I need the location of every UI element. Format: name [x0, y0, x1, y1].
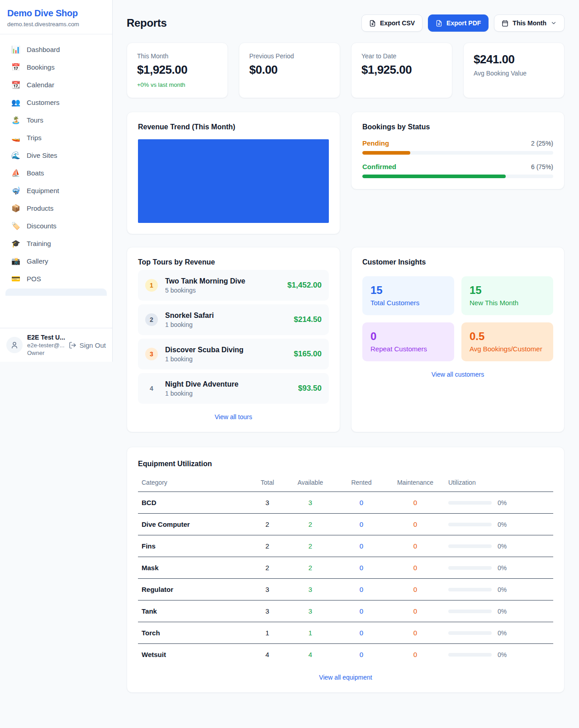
shop-name: Demo Dive Shop	[7, 8, 105, 19]
status-value: 6 (75%)	[531, 163, 553, 170]
view-all-customers-link[interactable]: View all customers	[432, 371, 484, 378]
cell-maintenance: 0	[386, 600, 445, 622]
revenue-trend-card: Revenue Trend (This Month)	[127, 112, 340, 234]
stat-value: $1,925.00	[361, 63, 442, 77]
revenue-trend-chart	[138, 139, 329, 223]
cell-utilization: 0%	[445, 600, 553, 622]
cell-rented: 0	[337, 535, 386, 557]
sidebar-item-pos[interactable]: 💳 POS	[5, 270, 107, 288]
cell-utilization: 0%	[445, 557, 553, 579]
island-icon: 🏝️	[11, 116, 21, 124]
tour-row: 3 Discover Scuba Diving 1 booking $165.0…	[138, 339, 329, 369]
rank-badge: 3	[145, 348, 158, 360]
tour-name: Snorkel Safari	[165, 312, 214, 320]
sidebar-item-bookings[interactable]: 📅 Bookings	[5, 58, 107, 76]
cell-maintenance: 0	[386, 622, 445, 644]
cell-rented: 0	[337, 622, 386, 644]
tour-bookings: 1 booking	[165, 355, 243, 363]
top-tours-card: Top Tours by Revenue 1 Two Tank Morning …	[127, 247, 340, 432]
utilization-bar	[448, 566, 492, 570]
tour-name: Night Dive Adventure	[165, 380, 238, 388]
period-dropdown[interactable]: This Month	[494, 14, 565, 32]
sidebar-item-dashboard[interactable]: 📊 Dashboard	[5, 41, 107, 58]
utilization-bar	[448, 631, 492, 635]
stat-label: Year to Date	[361, 52, 442, 60]
equipment-utilization-card: Equipment Utilization Category Total Ava…	[127, 447, 565, 693]
tour-name: Discover Scuba Diving	[165, 346, 243, 354]
file-download-icon	[436, 20, 442, 27]
tour-bookings: 1 booking	[165, 390, 238, 397]
sign-out-button[interactable]: Sign Out	[69, 341, 106, 349]
sidebar-item-label: Dive Sites	[27, 151, 57, 159]
sidebar-item-dive-sites[interactable]: 🌊 Dive Sites	[5, 147, 107, 164]
stat-card-year-to-date: Year to Date $1,925.00	[351, 43, 452, 98]
tile-value: 0.5	[470, 330, 545, 343]
tile-repeat-customers: 0 Repeat Customers	[362, 322, 454, 361]
revenue-trend-title: Revenue Trend (This Month)	[138, 123, 329, 131]
dashboard-icon: 📊	[11, 45, 21, 54]
sign-out-label: Sign Out	[80, 341, 106, 349]
sidebar-item-equipment[interactable]: 🤿 Equipment	[5, 182, 107, 199]
utilization-bar	[448, 523, 492, 526]
sidebar-item-customers[interactable]: 👥 Customers	[5, 94, 107, 111]
cell-total: 3	[251, 579, 284, 600]
tour-row: 4 Night Dive Adventure 1 booking $93.50	[138, 373, 329, 404]
cell-utilization: 0%	[445, 644, 553, 666]
utilization-bar	[448, 501, 492, 505]
sidebar-item-products[interactable]: 📦 Products	[5, 199, 107, 217]
cell-category: BCD	[138, 492, 251, 514]
column-header: Utilization	[445, 473, 553, 492]
cell-rented: 0	[337, 600, 386, 622]
sidebar-item-label: Discounts	[27, 222, 57, 230]
status-value: 2 (25%)	[531, 140, 553, 147]
utilization-bar	[448, 653, 492, 657]
sidebar-item-tours[interactable]: 🏝️ Tours	[5, 111, 107, 129]
sidebar-user-footer: E2E Test U... e2e-tester@... Owner Sign …	[0, 328, 112, 362]
cell-rented: 0	[337, 514, 386, 535]
sidebar-item-training[interactable]: 🎓 Training	[5, 235, 107, 252]
sidebar-item-label: Dashboard	[27, 46, 60, 53]
stat-card-previous-period: Previous Period $0.00	[239, 43, 340, 98]
tour-row: 2 Snorkel Safari 1 booking $214.50	[138, 304, 329, 335]
cell-maintenance: 0	[386, 535, 445, 557]
cell-category: Dive Computer	[138, 514, 251, 535]
export-csv-label: Export CSV	[380, 19, 415, 27]
page-title: Reports	[127, 17, 167, 29]
sidebar-item-boats[interactable]: ⛵ Boats	[5, 164, 107, 182]
sidebar-item-label: POS	[27, 275, 41, 283]
sidebar-item-label: Products	[27, 204, 53, 212]
progress-fill-pending	[362, 151, 410, 155]
cell-available: 2	[284, 514, 337, 535]
tour-bookings: 5 bookings	[165, 287, 245, 294]
export-csv-button[interactable]: Export CSV	[361, 14, 422, 32]
sidebar-item-calendar[interactable]: 📆 Calendar	[5, 76, 107, 94]
column-header: Rented	[337, 473, 386, 492]
sidebar-item-label: Calendar	[27, 81, 54, 89]
cell-maintenance: 0	[386, 492, 445, 514]
view-all-equipment-link[interactable]: View all equipment	[319, 674, 372, 681]
sidebar-item-active-partial[interactable]	[5, 288, 107, 296]
sidebar-item-label: Trips	[27, 134, 42, 142]
utilization-bar	[448, 544, 492, 548]
page-header: Reports Export CSV Export PDF This Month	[127, 14, 565, 32]
sidebar-item-discounts[interactable]: 🏷️ Discounts	[5, 217, 107, 235]
cell-total: 2	[251, 535, 284, 557]
user-email: e2e-tester@...	[27, 342, 64, 349]
table-header-row: Category Total Available Rented Maintena…	[138, 473, 553, 492]
tour-row: 1 Two Tank Morning Dive 5 bookings $1,45…	[138, 270, 329, 301]
cell-rented: 0	[337, 557, 386, 579]
view-all-tours-link[interactable]: View all tours	[214, 413, 252, 421]
bookings-by-status-card: Bookings by Status Pending 2 (25%) Confi…	[351, 112, 565, 189]
utilization-bar	[448, 610, 492, 613]
table-row: Fins 2 2 0 0 0%	[138, 535, 553, 557]
table-row: Dive Computer 2 2 0 0 0%	[138, 514, 553, 535]
export-pdf-button[interactable]: Export PDF	[428, 14, 489, 32]
sidebar-item-gallery[interactable]: 📸 Gallery	[5, 252, 107, 270]
column-header: Available	[284, 473, 337, 492]
tile-value: 15	[470, 284, 545, 297]
tile-total-customers: 15 Total Customers	[362, 276, 454, 315]
sidebar-item-trips[interactable]: 🚤 Trips	[5, 129, 107, 147]
cell-rented: 0	[337, 644, 386, 666]
sidebar-header: Demo Dive Shop demo.test.divestreams.com	[0, 0, 112, 34]
cell-category: Tank	[138, 600, 251, 622]
